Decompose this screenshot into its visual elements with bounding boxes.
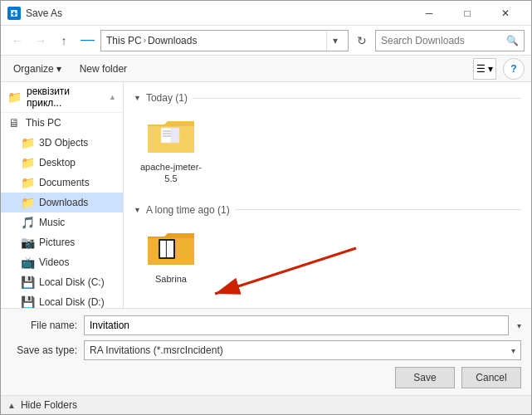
savetype-dropdown[interactable]: RA Invitations (*.msrcIncident) ▾ bbox=[84, 340, 521, 360]
group-header-today: ▼ Today (1) bbox=[134, 92, 521, 104]
sidebar-label-this-pc: This PC bbox=[26, 117, 61, 129]
sidebar-pinned-item[interactable]: 📁 реквізити прикл... ▲ bbox=[1, 82, 123, 113]
form-buttons: Save Cancel bbox=[11, 367, 521, 388]
organize-dropdown-icon: ▾ bbox=[56, 63, 61, 75]
sidebar: 📁 реквізити прикл... ▲ 🖥 This PC 📁 3D Ob… bbox=[1, 82, 124, 308]
sidebar-item-this-pc[interactable]: 🖥 This PC bbox=[1, 113, 123, 133]
apache-jmeter-label: apache-jmeter-5.5 bbox=[138, 161, 204, 185]
new-folder-button[interactable]: New folder bbox=[74, 60, 133, 78]
address-bar[interactable]: This PC › Downloads ▾ bbox=[100, 30, 349, 51]
window-icon bbox=[7, 7, 21, 20]
svg-rect-2 bbox=[13, 12, 15, 16]
cancel-button[interactable]: Cancel bbox=[461, 367, 521, 388]
sidebar-label-local-d: Local Disk (D:) bbox=[39, 296, 105, 308]
pinned-item-label: реквізити прикл... bbox=[27, 85, 104, 109]
long-ago-files-grid: Sabrina bbox=[134, 222, 521, 290]
down-arrow-button[interactable]: ⸻ bbox=[77, 31, 97, 51]
organize-toolbar: Organize ▾ New folder ☰ ▾ ? bbox=[1, 56, 531, 82]
group-header-long-ago: ▼ A long time ago (1) bbox=[134, 204, 521, 216]
file-view: ▼ Today (1) bbox=[124, 82, 531, 308]
sidebar-item-music[interactable]: 🎵 Music bbox=[1, 212, 123, 232]
sidebar-label-3d-objects: 3D Objects bbox=[39, 137, 88, 149]
save-button[interactable]: Save bbox=[395, 367, 455, 388]
search-input[interactable] bbox=[381, 35, 506, 46]
svg-rect-11 bbox=[160, 241, 166, 257]
close-button[interactable]: ✕ bbox=[486, 1, 525, 26]
savetype-value: RA Invitations (*.msrcIncident) bbox=[90, 344, 223, 356]
back-button[interactable]: ← bbox=[7, 31, 27, 51]
sidebar-label-documents: Documents bbox=[39, 177, 90, 188]
title-bar: Save As ─ □ ✕ bbox=[1, 1, 531, 26]
window-controls: ─ □ ✕ bbox=[410, 1, 525, 26]
today-files-grid: apache-jmeter-5.5 bbox=[134, 110, 521, 191]
sidebar-item-local-d[interactable]: 💾 Local Disk (D:) bbox=[1, 292, 123, 308]
address-parts: This PC › Downloads bbox=[106, 35, 326, 46]
bottom-form: File name: ▾ Save as type: RA Invitation… bbox=[1, 308, 531, 395]
window-title: Save As bbox=[26, 7, 410, 19]
search-box[interactable]: 🔍 bbox=[375, 30, 525, 51]
view-button[interactable]: ☰ ▾ bbox=[473, 58, 496, 80]
sidebar-label-local-c: Local Disk (C:) bbox=[39, 276, 105, 288]
sidebar-item-downloads[interactable]: 📁 Downloads bbox=[1, 193, 123, 212]
pc-icon: 🖥 bbox=[7, 116, 21, 129]
long-ago-expand-icon: ▼ bbox=[134, 206, 141, 214]
organize-button[interactable]: Organize ▾ bbox=[7, 60, 67, 78]
sidebar-item-documents[interactable]: 📁 Documents bbox=[1, 173, 123, 193]
address-toolbar: ← → ↑ ⸻ This PC › Downloads ▾ ↻ 🔍 bbox=[1, 26, 531, 56]
savetype-label: Save as type: bbox=[11, 344, 77, 356]
sabrina-folder-icon bbox=[146, 228, 196, 270]
sidebar-label-pictures: Pictures bbox=[39, 237, 75, 248]
maximize-button[interactable]: □ bbox=[448, 1, 486, 26]
view-icon: ☰ ▾ bbox=[476, 63, 493, 75]
downloads-icon: 📁 bbox=[21, 196, 34, 209]
up-button[interactable]: ↑ bbox=[54, 31, 74, 51]
sabrina-label: Sabrina bbox=[155, 273, 187, 285]
svg-rect-8 bbox=[171, 128, 179, 143]
sidebar-item-3d-objects[interactable]: 📁 3D Objects bbox=[1, 133, 123, 153]
file-item-sabrina[interactable]: Sabrina bbox=[134, 222, 208, 290]
hide-folders-bar[interactable]: ▲ Hide Folders bbox=[1, 395, 531, 414]
address-downloads: Downloads bbox=[148, 35, 197, 46]
savetype-row: Save as type: RA Invitations (*.msrcInci… bbox=[11, 340, 521, 360]
sidebar-item-pictures[interactable]: 📷 Pictures bbox=[1, 232, 123, 252]
sidebar-label-downloads: Downloads bbox=[39, 197, 88, 208]
save-as-dialog: Save As ─ □ ✕ ← → ↑ ⸻ This PC › Download… bbox=[0, 0, 532, 415]
address-dropdown-arrow[interactable]: ▾ bbox=[326, 31, 343, 51]
today-expand-icon: ▼ bbox=[134, 94, 141, 102]
savetype-arrow-icon: ▾ bbox=[511, 346, 515, 355]
documents-icon: 📁 bbox=[21, 176, 34, 189]
filename-dropdown-icon: ▾ bbox=[517, 321, 521, 330]
sidebar-label-videos: Videos bbox=[39, 256, 69, 268]
main-area: 📁 реквізити прикл... ▲ 🖥 This PC 📁 3D Ob… bbox=[1, 82, 531, 308]
3d-objects-icon: 📁 bbox=[21, 136, 34, 149]
forward-button[interactable]: → bbox=[31, 31, 51, 51]
sidebar-item-desktop[interactable]: 📁 Desktop bbox=[1, 153, 123, 173]
drive-d-icon: 💾 bbox=[21, 295, 34, 308]
sidebar-item-videos[interactable]: 📺 Videos bbox=[1, 252, 123, 272]
hide-folders-label: Hide Folders bbox=[21, 399, 77, 411]
music-icon: 🎵 bbox=[21, 216, 34, 229]
minimize-button[interactable]: ─ bbox=[410, 1, 448, 26]
pinned-expand-icon: ▲ bbox=[109, 93, 116, 101]
svg-rect-12 bbox=[167, 241, 173, 257]
filename-input[interactable] bbox=[84, 315, 509, 335]
pinned-folder-icon: 📁 bbox=[7, 90, 22, 104]
filename-label: File name: bbox=[11, 320, 77, 331]
search-icon: 🔍 bbox=[506, 35, 519, 46]
filename-row: File name: ▾ bbox=[11, 315, 521, 335]
apache-jmeter-folder-icon bbox=[146, 116, 196, 158]
help-button[interactable]: ? bbox=[503, 58, 525, 80]
desktop-icon: 📁 bbox=[21, 156, 34, 169]
refresh-button[interactable]: ↻ bbox=[352, 31, 372, 51]
videos-icon: 📺 bbox=[21, 256, 34, 269]
file-item-apache-jmeter[interactable]: apache-jmeter-5.5 bbox=[134, 110, 208, 191]
sidebar-item-local-c[interactable]: 💾 Local Disk (C:) bbox=[1, 272, 123, 292]
chevron-up-icon: ▲ bbox=[7, 401, 16, 410]
drive-c-icon: 💾 bbox=[21, 276, 34, 289]
sidebar-label-desktop: Desktop bbox=[39, 157, 76, 168]
group-long-ago-label: A long time ago (1) bbox=[146, 204, 230, 216]
group-today-label: Today (1) bbox=[146, 92, 188, 104]
sidebar-label-music: Music bbox=[39, 217, 65, 228]
pictures-icon: 📷 bbox=[21, 236, 34, 249]
address-this-pc: This PC bbox=[106, 35, 142, 46]
